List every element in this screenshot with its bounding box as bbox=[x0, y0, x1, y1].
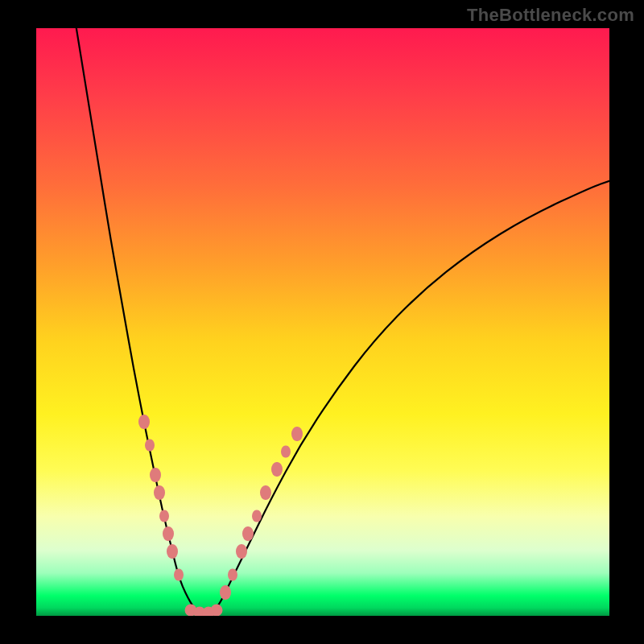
plot-area bbox=[36, 28, 609, 616]
data-marker bbox=[291, 427, 303, 441]
curve-path bbox=[76, 28, 609, 613]
data-marker bbox=[281, 445, 291, 457]
data-marker bbox=[163, 526, 174, 541]
watermark-text: TheBottleneck.com bbox=[467, 5, 634, 26]
data-marker bbox=[260, 485, 271, 500]
data-marker bbox=[159, 510, 169, 522]
data-marker bbox=[150, 468, 161, 482]
data-marker bbox=[236, 544, 247, 559]
data-marker bbox=[138, 415, 150, 429]
data-marker bbox=[271, 462, 283, 477]
data-marker bbox=[228, 568, 237, 580]
data-marker bbox=[174, 568, 184, 580]
data-marker bbox=[167, 544, 178, 559]
data-marker bbox=[211, 604, 223, 616]
data-marker bbox=[145, 440, 155, 452]
data-marker bbox=[242, 526, 254, 541]
bottleneck-curve bbox=[36, 28, 609, 616]
data-marker bbox=[154, 485, 165, 500]
chart-frame: TheBottleneck.com bbox=[0, 0, 644, 644]
data-marker bbox=[252, 510, 262, 522]
data-marker bbox=[220, 585, 231, 600]
